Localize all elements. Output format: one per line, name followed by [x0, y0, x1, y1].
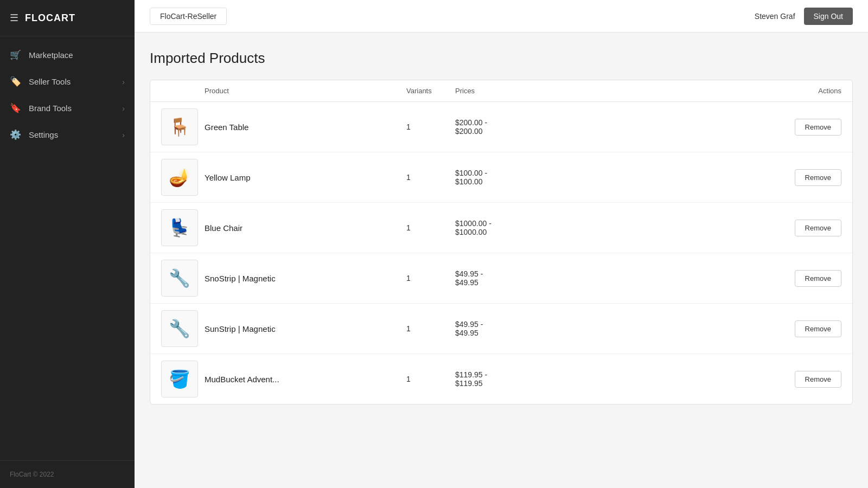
product-variants-4: 1	[406, 274, 455, 282]
product-image-3: 💺	[164, 212, 195, 243]
chevron-icon-settings: ›	[122, 131, 125, 139]
nav-label-brand-tools: Brand Tools	[29, 104, 72, 113]
product-image-1: 🪑	[164, 111, 195, 143]
seller-tools-icon: 🏷️	[10, 76, 21, 87]
product-variants-3: 1	[406, 223, 455, 232]
product-thumbnail: 🪑	[161, 108, 198, 145]
nav-item-left: 🏷️ Seller Tools	[10, 76, 71, 87]
sidebar-item-brand-tools[interactable]: 🔖 Brand Tools ›	[0, 95, 135, 121]
col-image	[161, 87, 205, 95]
actions-col-3: Remove	[765, 220, 841, 236]
col-prices: Prices	[455, 87, 564, 95]
sidebar-item-seller-tools[interactable]: 🏷️ Seller Tools ›	[0, 68, 135, 95]
table-row: 🪣 MudBucket Advent... 1 $119.95 -$119.95…	[150, 354, 852, 404]
sidebar-item-marketplace[interactable]: 🛒 Marketplace	[0, 42, 135, 68]
remove-button-1[interactable]: Remove	[795, 119, 841, 136]
nav-item-left: 🛒 Marketplace	[10, 49, 73, 61]
sidebar-header: ☰ FLOCART	[0, 0, 135, 36]
product-image-6: 🪣	[164, 363, 195, 395]
table-body: 🪑 Green Table 1 $200.00 -$200.00 Remove …	[150, 102, 852, 404]
products-table: Product Variants Prices Actions 🪑 Green …	[150, 80, 853, 404]
table-row: 🔧 SnoStrip | Magnetic 1 $49.95 -$49.95 R…	[150, 253, 852, 304]
product-variants-6: 1	[406, 375, 455, 383]
reseller-tab[interactable]: FloCart-ReSeller	[150, 8, 227, 25]
sidebar: ☰ FLOCART 🛒 Marketplace 🏷️ Seller Tools …	[0, 0, 135, 488]
nav-label-seller-tools: Seller Tools	[29, 77, 71, 86]
remove-button-4[interactable]: Remove	[795, 270, 841, 287]
product-price-1: $200.00 -$200.00	[455, 118, 564, 136]
header-right: Steven Graf Sign Out	[755, 8, 853, 25]
remove-button-5[interactable]: Remove	[795, 320, 841, 337]
actions-col-5: Remove	[765, 320, 841, 337]
col-variants: Variants	[406, 87, 455, 95]
product-thumbnail: 💺	[161, 209, 198, 246]
product-variants-2: 1	[406, 173, 455, 182]
product-name-2: Yellow Lamp	[205, 173, 406, 182]
product-name-5: SunStrip | Magnetic	[205, 324, 406, 333]
table-row: 💺 Blue Chair 1 $1000.00 -$1000.00 Remove	[150, 203, 852, 253]
actions-col-2: Remove	[765, 169, 841, 186]
nav-item-left: 🔖 Brand Tools	[10, 102, 72, 114]
table-header-row: Product Variants Prices Actions	[150, 80, 852, 102]
brand-tools-icon: 🔖	[10, 102, 21, 114]
product-name-1: Green Table	[205, 123, 406, 132]
remove-button-3[interactable]: Remove	[795, 220, 841, 236]
username-label: Steven Graf	[755, 12, 795, 21]
table-row: 🔧 SunStrip | Magnetic 1 $49.95 -$49.95 R…	[150, 304, 852, 354]
product-thumbnail: 🪔	[161, 159, 198, 196]
product-price-3: $1000.00 -$1000.00	[455, 219, 564, 236]
chevron-icon-brand-tools: ›	[122, 104, 125, 113]
actions-col-1: Remove	[765, 119, 841, 136]
col-actions: Actions	[765, 87, 841, 95]
actions-col-6: Remove	[765, 371, 841, 388]
actions-col-4: Remove	[765, 270, 841, 287]
signout-button[interactable]: Sign Out	[804, 8, 853, 25]
product-thumbnail: 🪣	[161, 361, 198, 397]
table-row: 🪑 Green Table 1 $200.00 -$200.00 Remove	[150, 102, 852, 152]
header: FloCart-ReSeller Steven Graf Sign Out	[135, 0, 868, 33]
marketplace-icon: 🛒	[10, 49, 21, 61]
product-name-6: MudBucket Advent...	[205, 375, 406, 384]
sidebar-nav: 🛒 Marketplace 🏷️ Seller Tools › 🔖 Brand …	[0, 36, 135, 460]
chevron-icon-seller-tools: ›	[122, 78, 125, 86]
product-variants-1: 1	[406, 123, 455, 131]
page-content: Imported Products Product Variants Price…	[135, 33, 868, 488]
product-image-4: 🔧	[164, 262, 195, 294]
sidebar-item-settings[interactable]: ⚙️ Settings ›	[0, 121, 135, 148]
nav-label-settings: Settings	[29, 130, 58, 139]
product-image-2: 🪔	[164, 162, 195, 193]
col-spacer	[564, 87, 765, 95]
settings-icon: ⚙️	[10, 129, 21, 140]
product-thumbnail: 🔧	[161, 310, 198, 347]
nav-label-marketplace: Marketplace	[29, 50, 73, 60]
product-variants-5: 1	[406, 324, 455, 333]
remove-button-6[interactable]: Remove	[795, 371, 841, 388]
remove-button-2[interactable]: Remove	[795, 169, 841, 186]
main-content: FloCart-ReSeller Steven Graf Sign Out Im…	[135, 0, 868, 488]
hamburger-icon[interactable]: ☰	[10, 12, 18, 24]
sidebar-footer: FloCart © 2022	[0, 460, 135, 488]
product-image-5: 🔧	[164, 313, 195, 344]
product-name-4: SnoStrip | Magnetic	[205, 274, 406, 283]
product-price-5: $49.95 -$49.95	[455, 320, 564, 337]
col-product: Product	[205, 87, 406, 95]
product-thumbnail: 🔧	[161, 260, 198, 297]
nav-item-left: ⚙️ Settings	[10, 129, 58, 140]
product-name-3: Blue Chair	[205, 223, 406, 233]
page-title: Imported Products	[150, 50, 853, 67]
product-price-4: $49.95 -$49.95	[455, 269, 564, 287]
product-price-6: $119.95 -$119.95	[455, 370, 564, 388]
app-logo: FLOCART	[25, 12, 75, 24]
table-row: 🪔 Yellow Lamp 1 $100.00 -$100.00 Remove	[150, 152, 852, 203]
product-price-2: $100.00 -$100.00	[455, 169, 564, 186]
